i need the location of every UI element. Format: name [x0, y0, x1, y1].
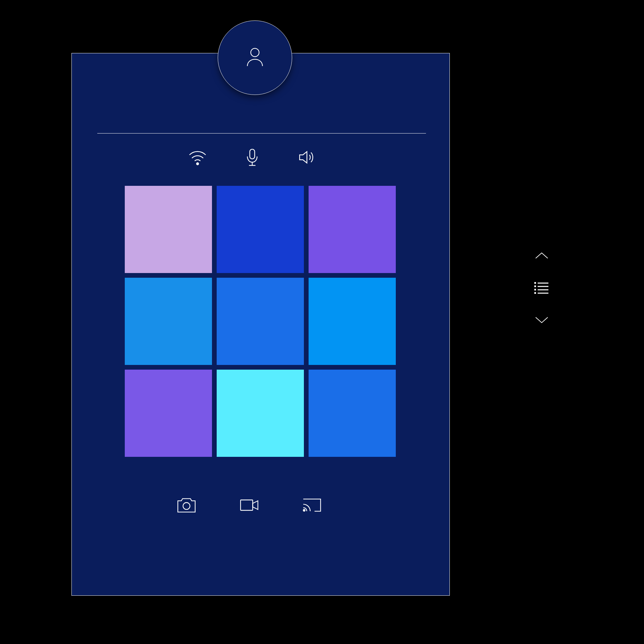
grid-tile[interactable]	[217, 278, 304, 365]
header-divider	[97, 133, 426, 133]
color-grid	[125, 186, 396, 457]
user-icon	[243, 45, 267, 70]
list-icon[interactable]	[534, 281, 550, 294]
grid-tile[interactable]	[309, 186, 396, 273]
speaker-icon[interactable]	[297, 148, 317, 167]
svg-rect-12	[534, 282, 536, 284]
bottom-icon-bar	[176, 495, 322, 516]
svg-point-0	[251, 48, 259, 57]
camera-icon[interactable]	[176, 495, 197, 516]
chevron-down-icon[interactable]	[534, 315, 550, 325]
chevron-up-icon[interactable]	[534, 251, 550, 261]
grid-tile[interactable]	[125, 186, 212, 273]
svg-rect-14	[534, 289, 536, 290]
grid-tile[interactable]	[125, 278, 212, 365]
svg-rect-6	[240, 500, 253, 511]
svg-point-1	[197, 163, 199, 165]
svg-rect-13	[534, 285, 536, 287]
avatar-button[interactable]	[218, 20, 292, 95]
cast-icon[interactable]	[302, 495, 322, 516]
svg-point-5	[183, 502, 190, 509]
svg-point-7	[303, 509, 305, 511]
svg-rect-2	[250, 149, 255, 159]
grid-tile[interactable]	[309, 370, 396, 457]
wifi-icon[interactable]	[188, 148, 207, 167]
grid-tile[interactable]	[309, 278, 396, 365]
microphone-icon[interactable]	[243, 148, 262, 167]
side-controls	[534, 251, 550, 325]
video-icon[interactable]	[239, 495, 260, 516]
svg-rect-15	[534, 292, 536, 294]
grid-tile[interactable]	[217, 186, 304, 273]
grid-tile[interactable]	[217, 370, 304, 457]
top-icon-bar	[188, 148, 317, 167]
grid-tile[interactable]	[125, 370, 212, 457]
